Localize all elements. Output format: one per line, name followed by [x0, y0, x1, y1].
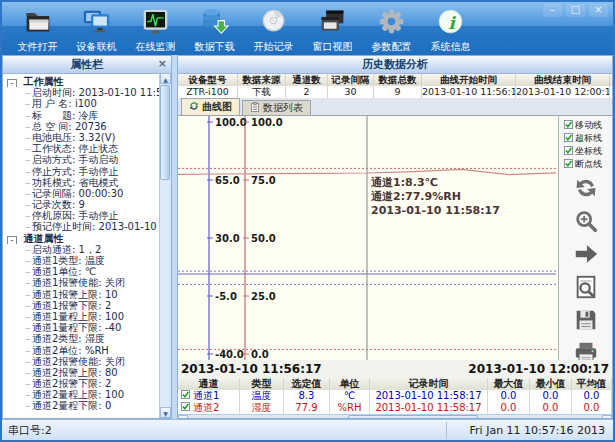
- toolbar-button-3[interactable]: 在线监测: [126, 2, 185, 54]
- tree-guide: –: [25, 400, 30, 411]
- toggle-breakpoint-line[interactable]: 断点线: [559, 158, 612, 171]
- arrow-right-button[interactable]: [571, 242, 601, 270]
- tree-item[interactable]: –通道2单位: %RH: [7, 345, 159, 356]
- toolbar-button-7[interactable]: 参数配置: [362, 2, 421, 54]
- scroll-thumb[interactable]: [160, 85, 170, 180]
- toolbar-button-2[interactable]: 设备联机: [67, 2, 126, 54]
- tree-item[interactable]: –停机原因: 手动停止: [7, 210, 159, 221]
- checkbox-checked-icon[interactable]: [564, 133, 573, 144]
- tree-item[interactable]: –标 题: 冷库: [7, 110, 159, 121]
- toolbar-button-1[interactable]: 文件打开: [8, 2, 67, 54]
- tree-item[interactable]: –电池电压: 3.32(V): [7, 132, 159, 143]
- tab-label: 数据列表: [263, 101, 303, 115]
- tree-item[interactable]: –通道1类型: 温度: [7, 255, 159, 266]
- tree-item-label: 通道1量程上限: 100: [32, 311, 124, 322]
- channel-table-row-1[interactable]: 通道1温度8.3℃2013-01-10 11:58:170.00.00.0: [178, 390, 612, 402]
- tree-guide: –: [25, 87, 30, 98]
- tree-item[interactable]: –启动时间: 2013-01-10 11:56:17: [7, 87, 159, 98]
- checkbox-checked-icon[interactable]: [181, 390, 190, 402]
- tree-node-root-1[interactable]: - 工作属性: [7, 76, 159, 87]
- tree-item[interactable]: –总 空 间: 20736: [7, 121, 159, 132]
- channel-cell: 0.0: [572, 402, 612, 414]
- toggle-coordinate-line[interactable]: 坐标线: [559, 145, 612, 158]
- horizontal-scrollbar[interactable]: ◄ ►: [178, 414, 612, 419]
- tree-item[interactable]: –通道2类型: 湿度: [7, 333, 159, 344]
- tree-node-root-2[interactable]: - 通道属性: [7, 233, 159, 244]
- tree-item[interactable]: –预记停止时间: 2013-01-10 12:00:47: [7, 221, 159, 232]
- collapse-icon[interactable]: -: [7, 236, 17, 244]
- tree-item[interactable]: –用 户 名: i100: [7, 98, 159, 109]
- toolbar-button-5[interactable]: 开始记录: [244, 2, 303, 54]
- tree-guide: –: [25, 277, 30, 288]
- scroll-left-icon[interactable]: ◄: [178, 415, 188, 419]
- tree-item-label: 记录间隔: 00:00:30: [32, 188, 123, 199]
- chart-tools-panel: 移动线超标线坐标线断点线: [559, 116, 612, 360]
- maximize-icon[interactable]: □: [566, 4, 585, 17]
- device-table-row[interactable]: ZTR-i100下载23092013-01-10 11:56:172013-01…: [178, 86, 612, 99]
- tree-item[interactable]: –记录间隔: 00:00:30: [7, 188, 159, 199]
- panel-close-icon[interactable]: ×: [158, 56, 167, 72]
- toolbar-button-8[interactable]: i系统信息: [421, 2, 480, 54]
- tree-item[interactable]: –通道2量程下限: 0: [7, 400, 159, 411]
- channel-table-row-2[interactable]: 通道2湿度77.9%RH2013-01-10 11:58:170.00.00.0: [178, 402, 612, 414]
- tree-item-label: 标 题: 冷库: [32, 110, 99, 121]
- toolbar-button-4[interactable]: 数据下载: [185, 2, 244, 54]
- tab-curve-chart[interactable]: 曲线图: [181, 98, 240, 115]
- tree-guide: –: [25, 199, 30, 210]
- device-column-header: 数据总数: [374, 74, 422, 86]
- tree-root-label: 通道属性: [20, 233, 63, 244]
- scroll-down-icon[interactable]: ▼: [160, 407, 171, 418]
- tree-item[interactable]: –通道2报警下限: 2: [7, 378, 159, 389]
- checkbox-checked-icon[interactable]: [181, 402, 190, 414]
- toggle-move-line[interactable]: 移动线: [559, 119, 612, 132]
- channel-cell: %RH: [330, 402, 370, 414]
- print-preview-button[interactable]: [571, 275, 601, 303]
- refresh-button[interactable]: [571, 176, 601, 204]
- toolbar-button-label: 在线监测: [136, 40, 176, 54]
- tree-item[interactable]: –通道1单位: ℃: [7, 266, 159, 277]
- hscroll-thumb[interactable]: [348, 415, 478, 419]
- toolbar-button-label: 数据下载: [195, 40, 235, 54]
- channel-cell: 0.0: [488, 390, 530, 402]
- vertical-scrollbar[interactable]: ▲ ▼: [159, 73, 171, 418]
- channel-cell: 0.0: [530, 390, 572, 402]
- zoom-in-button[interactable]: [571, 209, 601, 237]
- checkbox-checked-icon[interactable]: [564, 159, 573, 170]
- tree-item-label: 通道2类型: 湿度: [32, 333, 105, 344]
- history-panel-title: 历史数据分析: [362, 58, 428, 71]
- scroll-up-icon[interactable]: ▲: [160, 73, 171, 84]
- history-curve-chart[interactable]: 100.065.030.0-5.0-40.0100.075.050.025.00…: [178, 116, 559, 360]
- tree-item[interactable]: –通道1报警下限: 2: [7, 300, 159, 311]
- tree-item[interactable]: –通道1报警使能: 关闭: [7, 277, 159, 288]
- refresh-icon: [573, 175, 599, 205]
- folder-open-icon: [23, 7, 52, 40]
- tree-item[interactable]: –通道1报警上限: 10: [7, 289, 159, 300]
- properties-tree: - 工作属性–启动时间: 2013-01-10 11:56:17–用 户 名: …: [3, 74, 171, 418]
- channel-column-header: 最大值: [488, 378, 530, 390]
- tree-item[interactable]: –通道1量程上限: 100: [7, 311, 159, 322]
- tree-item[interactable]: –记录次数: 9: [7, 199, 159, 210]
- tree-item[interactable]: –功耗模式: 省电模式: [7, 177, 159, 188]
- channel-column-header: 单位: [330, 378, 370, 390]
- tree-item[interactable]: –通道2报警上限: 80: [7, 367, 159, 378]
- toggle-limit-line[interactable]: 超标线: [559, 132, 612, 145]
- tab-data-list[interactable]: 数据列表: [242, 100, 311, 115]
- tree-item[interactable]: –工作状态: 停止状态: [7, 143, 159, 154]
- tree-item[interactable]: –启动通道: 1，2: [7, 244, 159, 255]
- checkbox-label: 断点线: [575, 158, 602, 171]
- tree-item-label: 通道1单位: ℃: [32, 266, 96, 277]
- collapse-icon[interactable]: -: [7, 79, 17, 87]
- save-button[interactable]: [571, 308, 601, 336]
- toolbar-button-6[interactable]: 窗口视图: [303, 2, 362, 54]
- tree-item[interactable]: –通道2报警使能: 关闭: [7, 356, 159, 367]
- checkbox-checked-icon[interactable]: [564, 146, 573, 157]
- tree-item[interactable]: –通道2量程上限: 100: [7, 389, 159, 400]
- scroll-right-icon[interactable]: ►: [602, 415, 612, 419]
- close-icon[interactable]: ×: [589, 4, 608, 17]
- checkbox-checked-icon[interactable]: [564, 120, 573, 131]
- tree-item[interactable]: –停止方式: 手动停止: [7, 166, 159, 177]
- minimize-icon[interactable]: –: [543, 4, 562, 17]
- chart-row: 100.065.030.0-5.0-40.0100.075.050.025.00…: [178, 116, 612, 360]
- tree-item[interactable]: –启动方式: 手动启动: [7, 154, 159, 165]
- tree-item[interactable]: –通道1量程下限: -40: [7, 322, 159, 333]
